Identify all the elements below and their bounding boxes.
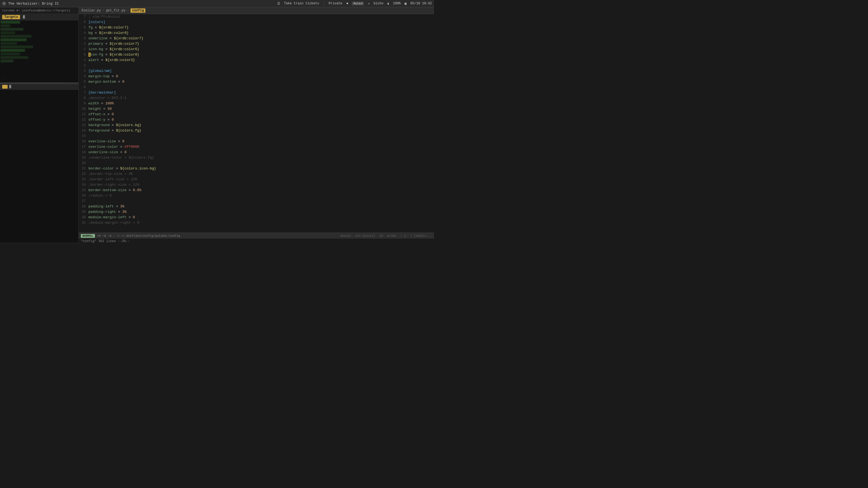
- code-line: 3[global/wm]: [79, 68, 434, 74]
- line-number: 7: [80, 90, 88, 95]
- line-text: ; vim:ft=dosini: [88, 14, 120, 19]
- vim-position: 8/362: [388, 234, 396, 237]
- code-line: 18underline-size = 0: [79, 150, 434, 155]
- line-number: 31: [80, 220, 88, 226]
- private-label[interactable]: Private: [329, 2, 342, 5]
- breadcrumb-sep-2: ›: [127, 9, 129, 12]
- line-number: 18: [80, 150, 88, 155]
- line-number: 27: [80, 199, 88, 204]
- vim-encoding: dosini: [340, 234, 351, 237]
- line-text: [global/wm]: [88, 68, 112, 73]
- faint-line-4: █████████: [1, 31, 15, 34]
- vim-editor-content[interactable]: 7; vim:ft=dosini6[colors]5fg = ${xrdb:co…: [79, 14, 434, 233]
- line-number: 23: [80, 177, 88, 182]
- faint-line-6: ████████████████: [1, 38, 27, 41]
- line-text: ;border-right-size = 12%: [88, 182, 139, 187]
- code-line: 14foreground = ${colors.fg}: [79, 128, 434, 133]
- vim-status-right: dosini utf-8[unix] 2% 8/362 : 1 = [108]t…: [340, 234, 432, 237]
- line-text: [88, 85, 91, 90]
- vim-extra: = [108]tr...: [410, 234, 432, 237]
- line-number: 10: [80, 106, 88, 112]
- train-label[interactable]: Take train tickets: [284, 2, 319, 5]
- line-text: offset-x = 0: [88, 112, 114, 117]
- vim-filepath: > ~/.dotfiles/config/polybar/config: [118, 234, 180, 237]
- circle-icon: ○: [3, 2, 5, 5]
- line-text: [88, 63, 91, 68]
- code-line: 24;border-right-size = 12%: [79, 182, 434, 188]
- left-path-bar: Targets █: [0, 14, 79, 20]
- code-line: 6: [79, 85, 434, 90]
- targets-tab[interactable]: Targets: [2, 15, 20, 19]
- faint-line-10: ████████████: [1, 53, 20, 56]
- line-number: 13: [80, 123, 88, 128]
- code-line: 28padding-left = 3%: [79, 204, 434, 209]
- left-footer: [0, 242, 79, 244]
- line-number: 11: [80, 112, 88, 117]
- line-number: 12: [80, 118, 88, 123]
- muted-badge[interactable]: Muted: [352, 2, 364, 5]
- vim-statusbar: NORMAL +0 ~0 -0 › > ~/.dotfiles/config/p…: [79, 233, 434, 238]
- line-number: 6: [80, 85, 88, 90]
- line-text: icon-fg = ${xrdb:color0}: [88, 52, 139, 57]
- vim-percent: 2%: [379, 234, 383, 237]
- line-number: 21: [80, 166, 88, 171]
- line-text: background = ${colors.bg}: [88, 123, 141, 128]
- code-line: 25border-bottom-size = 0.6%: [79, 188, 434, 193]
- left-bottom-bar: █: [0, 84, 79, 90]
- line-number: 15: [80, 134, 88, 139]
- bottom-cursor: █: [9, 85, 11, 89]
- tilde-char: ~: [2, 78, 4, 82]
- line-number: 30: [80, 215, 88, 220]
- menu-icon[interactable]: ☰: [277, 2, 280, 6]
- app-title: The Herbaliser: Bring It: [8, 2, 59, 6]
- code-line: 5margin-bottom = 0: [79, 79, 434, 85]
- breadcrumb-stellar: Stellar.py: [82, 9, 101, 12]
- left-terminal-content[interactable]: ████████████ ██████ ██████████████ █████…: [0, 20, 79, 77]
- code-line: 4margin-top = 0: [79, 74, 434, 79]
- code-line: 7; vim:ft=dosini: [79, 14, 434, 20]
- line-text: ;module-margin-right = 0: [88, 220, 139, 225]
- line-number: 26: [80, 193, 88, 198]
- code-line: 31;module-margin-right = 0: [79, 220, 434, 226]
- vim-cmd-text: "config" 362 lines --2%--: [81, 239, 130, 243]
- vim-titlebar: Stellar.py › get_fit.py › config: [79, 7, 434, 14]
- code-line: 20: [79, 161, 434, 166]
- code-line: 13background = ${colors.bg}: [79, 123, 434, 128]
- sep1: |: [323, 2, 325, 5]
- line-text: module-margin-left = 0: [88, 215, 135, 220]
- line-text: ;border-top-size = 4%: [88, 171, 133, 176]
- status-arrow: ›: [113, 234, 115, 237]
- orange-prompt-dot: [2, 85, 8, 89]
- line-number: 22: [80, 172, 88, 177]
- line-text: padding-left = 3%: [88, 204, 124, 209]
- line-number: 8: [80, 96, 88, 101]
- line-text: overline-size = 0: [88, 139, 124, 144]
- line-number: 2: [80, 41, 88, 46]
- line-number: 3: [80, 36, 88, 41]
- code-line: 6[colors]: [79, 20, 434, 25]
- back-icon[interactable]: ◄: [346, 2, 348, 5]
- line-number: 1: [80, 47, 88, 52]
- vim-mode: NORMAL: [81, 234, 95, 238]
- code-line: 15: [79, 133, 434, 139]
- code-line: 2: [79, 63, 434, 68]
- line-text: [colors]: [88, 20, 105, 25]
- line-number: 25: [80, 188, 88, 193]
- left-panel: [screen 0: jolofsson@debris:~/Targets] T…: [0, 7, 79, 244]
- line-text: foreground = ${colors.fg}: [88, 128, 141, 133]
- line-text: [bar/mainbar]: [88, 90, 116, 95]
- line-number: 6: [80, 20, 88, 25]
- breadcrumb-sep-1: ›: [102, 9, 104, 12]
- vim-status-changes: +0 ~0 -0: [97, 234, 112, 237]
- vim-panel[interactable]: Stellar.py › get_fit.py › config 7; vim:…: [79, 7, 434, 244]
- window-button[interactable]: ○: [2, 2, 6, 5]
- code-line: 16overline-size = 0: [79, 139, 434, 144]
- left-bottom-content[interactable]: [0, 90, 79, 242]
- code-line: 17overline-color = #ff0000: [79, 144, 434, 150]
- vim-command-line: "config" 362 lines --2%--: [79, 238, 434, 244]
- code-line: 27: [79, 198, 434, 204]
- line-text: ;border-left-size = 12%: [88, 177, 137, 182]
- line-number: 29: [80, 209, 88, 215]
- faint-line-11: █████████████████: [1, 56, 28, 59]
- line-number: 4: [80, 31, 88, 36]
